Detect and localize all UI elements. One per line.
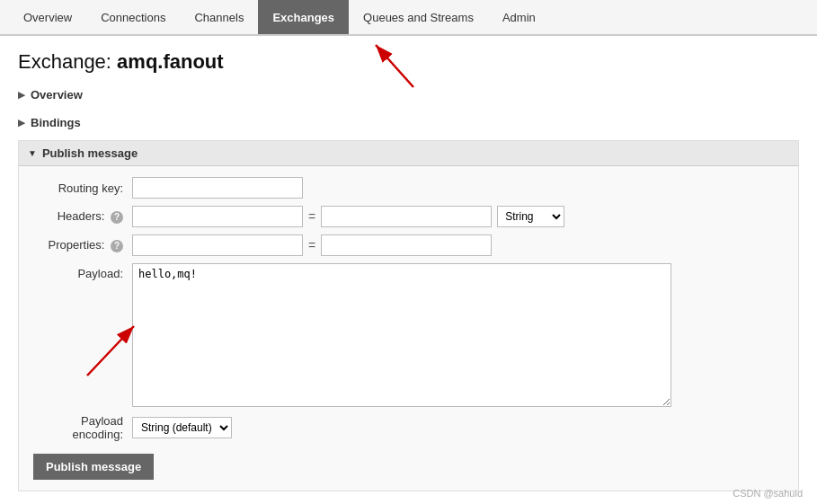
- headers-label: Headers: ?: [33, 209, 132, 224]
- watermark: CSDN @sahuid: [733, 488, 803, 499]
- section-bindings-header[interactable]: ▶ Bindings: [18, 112, 799, 133]
- section-overview-header[interactable]: ▶ Overview: [18, 84, 799, 105]
- routing-key-row: Routing key:: [33, 177, 784, 199]
- section-overview: ▶ Overview: [18, 84, 799, 105]
- headers-help-icon[interactable]: ?: [111, 211, 123, 224]
- properties-value-input[interactable]: [321, 234, 492, 256]
- nav-bar: Overview Connections Channels Exchanges …: [0, 0, 817, 36]
- routing-key-input[interactable]: [132, 177, 303, 199]
- svg-line-3: [87, 326, 134, 376]
- collapse-arrow-publish: ▼: [28, 148, 37, 158]
- publish-message-section: ▼ Publish message Routing key: Headers: …: [18, 140, 799, 491]
- headers-value-input[interactable]: [321, 206, 492, 227]
- tab-exchanges[interactable]: Exchanges: [258, 0, 349, 34]
- collapse-arrow-overview: ▶: [18, 90, 25, 100]
- page-content: Exchange: amq.fanout ▶ Overview ▶ Bindin…: [0, 36, 817, 504]
- tab-queues-streams[interactable]: Queues and Streams: [349, 0, 488, 34]
- publish-form-body: Routing key: Headers: ? = String Number: [19, 166, 798, 491]
- encoding-row: Payload encoding: String (default) Base6…: [33, 414, 784, 441]
- properties-key-input[interactable]: [132, 234, 303, 256]
- publish-message-button[interactable]: Publish message: [33, 454, 154, 480]
- headers-type-select[interactable]: String Number Boolean: [497, 206, 564, 227]
- payload-input[interactable]: hello,mq!: [132, 263, 671, 407]
- publish-message-header[interactable]: ▼ Publish message: [19, 141, 798, 166]
- properties-row: Properties: ? =: [33, 234, 784, 256]
- tab-admin[interactable]: Admin: [488, 0, 550, 34]
- section-bindings: ▶ Bindings: [18, 112, 799, 133]
- tab-connections[interactable]: Connections: [86, 0, 180, 34]
- payload-label: Payload:: [33, 263, 132, 280]
- encoding-label: Payload encoding:: [33, 414, 132, 441]
- routing-key-label: Routing key:: [33, 181, 132, 195]
- properties-help-icon[interactable]: ?: [111, 240, 123, 252]
- properties-equals: =: [308, 238, 315, 252]
- tab-overview[interactable]: Overview: [9, 0, 86, 34]
- headers-key-input[interactable]: [132, 206, 303, 227]
- collapse-arrow-bindings: ▶: [18, 118, 25, 128]
- tab-channels[interactable]: Channels: [180, 0, 258, 34]
- headers-equals: =: [308, 209, 315, 224]
- headers-row: Headers: ? = String Number Boolean: [33, 206, 784, 227]
- page-title: Exchange: amq.fanout: [18, 50, 799, 74]
- encoding-select[interactable]: String (default) Base64: [132, 417, 232, 438]
- payload-row: Payload: hello,mq!: [33, 263, 784, 407]
- properties-label: Properties: ?: [33, 238, 132, 252]
